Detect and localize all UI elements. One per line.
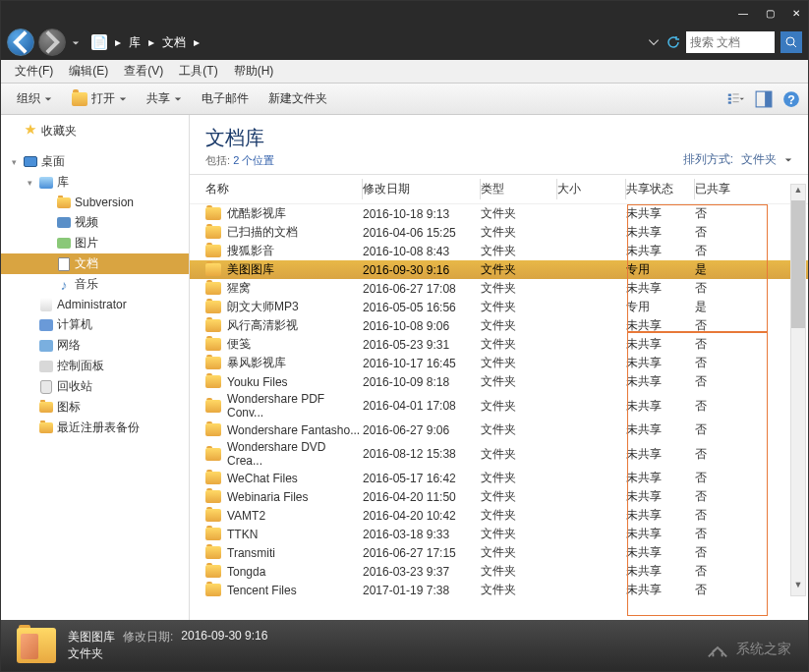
file-list[interactable]: 优酷影视库2016-10-18 9:13文件夹未共享否已扫描的文档2016-04…	[190, 204, 808, 620]
tree-item-Administrator[interactable]: Administrator	[1, 295, 189, 314]
menu-tools[interactable]: 工具(T)	[173, 61, 223, 82]
file-row[interactable]: 搜狐影音2016-10-08 8:43文件夹未共享否	[190, 242, 808, 260]
file-row[interactable]: 暴风影视库2016-10-17 16:45文件夹未共享否	[190, 354, 808, 372]
star-icon	[23, 124, 38, 140]
col-shared[interactable]: 已共享	[695, 179, 750, 199]
file-row[interactable]: Youku Files2016-10-09 8:18文件夹未共享否	[190, 372, 808, 391]
sort-value[interactable]: 文件夹	[741, 151, 777, 168]
expand-icon[interactable]: ▾	[9, 156, 20, 167]
tree-item-Subversion[interactable]: Subversion	[1, 193, 189, 212]
help-button[interactable]: ?	[782, 90, 800, 108]
file-row[interactable]: Tencent Files2017-01-19 7:38文件夹未共享否	[190, 581, 808, 599]
arrange-by[interactable]: 排列方式: 文件夹	[683, 151, 792, 168]
file-row[interactable]: Transmiti2016-06-27 17:15文件夹未共享否	[190, 543, 808, 562]
tree-item-图片[interactable]: 图片	[1, 233, 189, 253]
nav-tree[interactable]: 收藏夹▾桌面▾库Subversion视频图片文档♪音乐Administrator…	[1, 115, 190, 620]
expand-icon[interactable]	[25, 381, 35, 392]
share-button[interactable]: 共享	[139, 87, 190, 110]
scrollbar-thumb[interactable]	[791, 200, 805, 328]
expand-icon[interactable]	[42, 197, 53, 208]
menu-file[interactable]: 文件(F)	[9, 61, 59, 82]
new-folder-button[interactable]: 新建文件夹	[260, 87, 335, 110]
col-name[interactable]: 名称	[205, 179, 363, 199]
file-date: 2016-05-17 16:42	[363, 472, 481, 485]
refresh-icon[interactable]	[666, 35, 680, 49]
tree-item-计算机[interactable]: 计算机	[1, 314, 189, 335]
expand-icon[interactable]	[9, 126, 20, 137]
open-button[interactable]: 打开	[64, 87, 135, 110]
file-row[interactable]: 优酷影视库2016-10-18 9:13文件夹未共享否	[190, 204, 808, 223]
file-name: WeChat Files	[227, 472, 298, 485]
expand-icon[interactable]	[25, 319, 35, 330]
breadcrumb[interactable]: 📄 ▸ 库 ▸ 文档 ▸	[91, 34, 643, 51]
breadcrumb-item[interactable]: 库	[129, 34, 141, 51]
expand-icon[interactable]	[25, 340, 35, 351]
back-button[interactable]	[7, 28, 34, 56]
tree-item-收藏夹[interactable]: 收藏夹	[1, 121, 189, 141]
history-dropdown-icon[interactable]	[70, 33, 80, 51]
col-size[interactable]: 大小	[557, 179, 626, 199]
file-row[interactable]: 便笺2016-05-23 9:31文件夹未共享否	[190, 335, 808, 354]
expand-icon[interactable]	[25, 422, 35, 433]
includes-link[interactable]: 2 个位置	[233, 154, 274, 166]
file-row[interactable]: Tongda2016-03-23 9:37文件夹未共享否	[190, 562, 808, 581]
tree-item-视频[interactable]: 视频	[1, 212, 189, 233]
file-row[interactable]: Wondershare DVD Crea...2016-08-12 15:38文…	[190, 439, 808, 469]
file-row[interactable]: TTKN2016-03-18 9:33文件夹未共享否	[190, 525, 808, 543]
file-row[interactable]: Wondershare PDF Conv...2016-04-01 17:08文…	[190, 391, 808, 420]
file-row[interactable]: VAMT22016-04-20 10:42文件夹未共享否	[190, 506, 808, 525]
email-button[interactable]: 电子邮件	[194, 87, 257, 110]
tree-item-图标[interactable]: 图标	[1, 397, 189, 418]
expand-icon[interactable]	[25, 402, 35, 413]
file-row[interactable]: 美图图库2016-09-30 9:16文件夹专用是	[190, 260, 808, 279]
minimize-button[interactable]: —	[738, 8, 748, 19]
scrollbar[interactable]: ▲ ▼	[790, 184, 806, 596]
tree-item-回收站[interactable]: 回收站	[1, 376, 189, 397]
tree-item-桌面[interactable]: ▾桌面	[1, 151, 189, 172]
scroll-down-button[interactable]: ▼	[791, 580, 805, 595]
col-type[interactable]: 类型	[481, 179, 557, 199]
file-row[interactable]: 已扫描的文档2016-04-06 15:25文件夹未共享否	[190, 223, 808, 242]
search-input[interactable]	[686, 31, 775, 53]
expand-icon[interactable]: ▾	[25, 177, 35, 188]
file-row[interactable]: 风行高清影视2016-10-08 9:06文件夹未共享否	[190, 316, 808, 335]
folder-icon	[205, 245, 221, 257]
close-button[interactable]: ✕	[792, 8, 800, 19]
file-share-status: 未共享	[626, 507, 695, 524]
column-headers[interactable]: 名称 修改日期 类型 大小 共享状态 已共享	[190, 175, 808, 204]
file-row[interactable]: 朗文大师MP32016-05-05 16:56文件夹专用是	[190, 298, 808, 316]
expand-icon[interactable]	[42, 217, 53, 228]
expand-icon[interactable]	[42, 279, 53, 290]
file-row[interactable]: 猩窝2016-06-27 17:08文件夹未共享否	[190, 279, 808, 298]
tree-item-最近注册表备份[interactable]: 最近注册表备份	[1, 418, 189, 438]
titlebar[interactable]: — ▢ ✕	[1, 1, 808, 25]
file-row[interactable]: WeChat Files2016-05-17 16:42文件夹未共享否	[190, 469, 808, 487]
tree-item-网络[interactable]: 网络	[1, 335, 189, 356]
expand-icon[interactable]	[42, 238, 53, 249]
chevron-down-icon[interactable]	[647, 35, 661, 49]
file-row[interactable]: Webinaria Files2016-04-20 11:50文件夹未共享否	[190, 487, 808, 506]
scroll-up-button[interactable]: ▲	[791, 185, 805, 200]
file-date: 2016-04-06 15:25	[363, 226, 481, 240]
expand-icon[interactable]	[42, 258, 53, 269]
search-button[interactable]	[780, 31, 802, 53]
file-share-status: 未共享	[626, 421, 695, 438]
col-share-status[interactable]: 共享状态	[626, 179, 695, 199]
tree-item-音乐[interactable]: ♪音乐	[1, 274, 189, 295]
view-mode-button[interactable]	[727, 90, 745, 108]
organize-button[interactable]: 组织	[9, 87, 60, 110]
menu-edit[interactable]: 编辑(E)	[63, 61, 114, 82]
expand-icon[interactable]	[25, 300, 35, 310]
maximize-button[interactable]: ▢	[766, 8, 775, 19]
file-row[interactable]: Wondershare Fantasho...2016-06-27 9:06文件…	[190, 420, 808, 439]
menu-help[interactable]: 帮助(H)	[228, 61, 280, 82]
col-date[interactable]: 修改日期	[363, 179, 481, 199]
tree-item-库[interactable]: ▾库	[1, 172, 189, 193]
breadcrumb-item[interactable]: 文档	[162, 34, 186, 51]
preview-pane-button[interactable]	[755, 90, 773, 108]
menu-view[interactable]: 查看(V)	[118, 61, 169, 82]
tree-item-文档[interactable]: 文档	[1, 253, 189, 274]
forward-button[interactable]	[38, 28, 66, 56]
expand-icon[interactable]	[25, 361, 35, 371]
tree-item-控制面板[interactable]: 控制面板	[1, 356, 189, 376]
